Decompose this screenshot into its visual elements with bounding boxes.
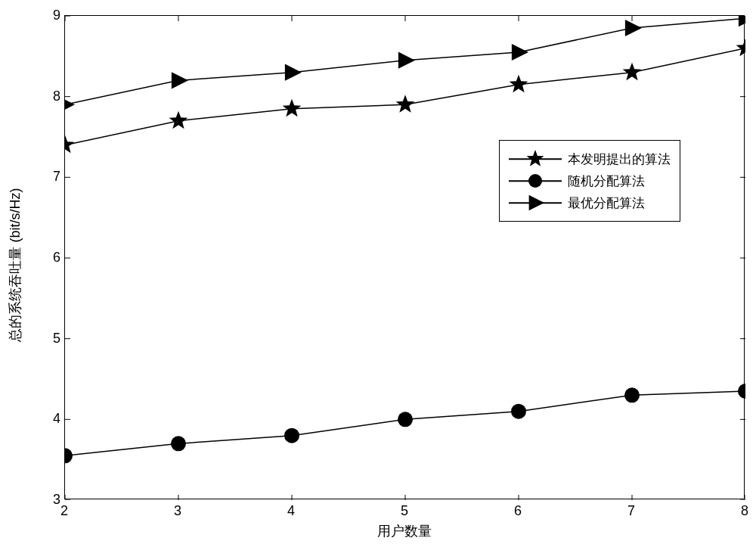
x-tick-label: 4: [287, 503, 295, 519]
svg-marker-29: [169, 111, 188, 129]
chart-container: [64, 15, 745, 499]
svg-point-37: [284, 428, 299, 443]
svg-marker-28: [65, 135, 74, 154]
svg-point-40: [624, 387, 640, 403]
x-tick-label: 5: [401, 503, 408, 519]
y-tick-label: 3: [45, 492, 60, 508]
y-axis-label: 总的系统吞吐量 (bit/s/Hz): [6, 188, 24, 341]
svg-marker-46: [512, 44, 528, 61]
legend-entry: 最优分配算法: [509, 193, 671, 213]
x-tick-label: 8: [741, 503, 748, 519]
y-tick-label: 8: [45, 88, 60, 104]
y-tick-label: 7: [45, 169, 60, 185]
y-tick-label: 6: [45, 250, 60, 266]
svg-marker-45: [398, 52, 415, 69]
x-tick-label: 6: [514, 503, 522, 519]
svg-point-38: [398, 412, 413, 427]
plot-area: [64, 15, 745, 499]
svg-marker-44: [285, 64, 302, 81]
legend: 本发明提出的算法随机分配算法最优分配算法: [499, 140, 680, 222]
legend-label: 随机分配算法: [568, 173, 645, 190]
y-tick-label: 5: [45, 330, 60, 346]
legend-marker-circle: [509, 172, 562, 190]
svg-point-36: [171, 436, 186, 451]
svg-marker-31: [396, 95, 415, 113]
svg-marker-34: [736, 39, 745, 57]
x-tick-label: 2: [60, 503, 68, 519]
x-axis-label: 用户数量: [377, 522, 432, 540]
svg-point-39: [511, 404, 526, 419]
chart-svg: [65, 16, 745, 500]
svg-marker-47: [625, 20, 642, 36]
y-tick-label: 4: [45, 411, 60, 427]
legend-label: 本发明提出的算法: [568, 151, 671, 168]
y-tick-label: 9: [45, 8, 60, 23]
svg-marker-32: [510, 75, 528, 93]
legend-marker-triangle: [509, 194, 562, 212]
svg-point-50: [528, 174, 542, 188]
svg-marker-48: [739, 16, 745, 26]
svg-point-35: [65, 448, 73, 463]
legend-label: 最优分配算法: [568, 194, 645, 212]
svg-point-41: [738, 384, 745, 399]
x-tick-label: 7: [627, 503, 635, 519]
legend-entry: 本发明提出的算法: [509, 149, 671, 169]
svg-marker-30: [283, 99, 302, 117]
svg-marker-51: [529, 195, 544, 210]
svg-marker-42: [65, 96, 75, 113]
svg-marker-43: [172, 72, 188, 89]
x-tick-label: 3: [174, 503, 181, 519]
svg-marker-33: [623, 63, 642, 81]
legend-entry: 随机分配算法: [509, 171, 671, 191]
legend-marker-star: [509, 150, 562, 168]
svg-marker-49: [527, 150, 544, 166]
